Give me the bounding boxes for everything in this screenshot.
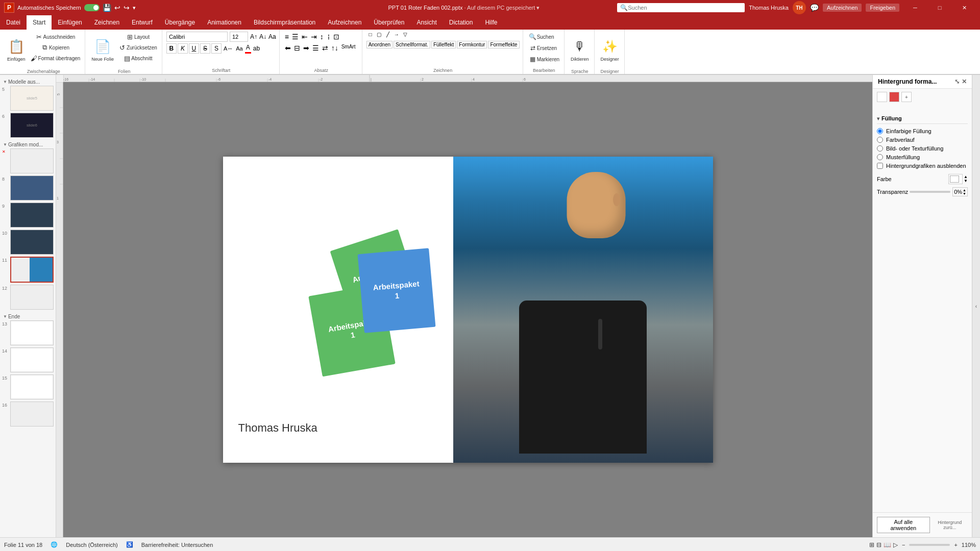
view-presentation-icon[interactable]: ▷ [893, 541, 898, 548]
btn-format-uebertragen[interactable]: 🖌 Format übertragen [29, 53, 82, 63]
redo-icon[interactable]: ↪ [124, 4, 130, 12]
slide-thumb-13[interactable] [10, 320, 54, 345]
btn-suchen[interactable]: 🔍 Suchen [527, 32, 556, 42]
indent-more-icon[interactable]: ⇥ [310, 32, 318, 42]
slide-thumb-11[interactable] [10, 257, 54, 283]
btn-apply-all[interactable]: Auf alle anwenden [877, 517, 930, 533]
font-shrink-icon[interactable]: A↓ [259, 33, 266, 40]
btn-ausschneiden[interactable]: ✂ Ausschneiden [29, 32, 82, 42]
slide-item-16[interactable]: 16 [2, 402, 54, 427]
tab-ansicht[interactable]: Ansicht [410, 15, 443, 30]
font-grow-icon[interactable]: A↑ [250, 33, 257, 40]
slide-thumb-15[interactable] [10, 374, 54, 399]
color-picker[interactable] [948, 174, 963, 184]
fuelleffekt-icon[interactable]: Fülleffekt [431, 41, 456, 48]
list-number-icon[interactable]: ☰ [291, 32, 300, 42]
fill-section-toggle[interactable]: Füllung [877, 113, 968, 124]
slide-item-14[interactable]: 14 [2, 347, 54, 372]
tab-aufzeichnen[interactable]: Aufzeichnen [322, 15, 368, 30]
accessibility-label[interactable]: Barrierefreiheit: Untersuchen [141, 542, 213, 548]
slide-item-x[interactable]: ✕ [2, 148, 54, 173]
columns-icon[interactable]: ⫶ [326, 32, 331, 42]
slide-thumb-10[interactable] [10, 230, 54, 255]
fill-radio-image[interactable] [877, 145, 883, 152]
section-grafiken[interactable]: Grafiken mod... [2, 140, 54, 148]
tab-bildschirm[interactable]: Bildschirmpräsentation [248, 15, 322, 30]
undo-icon[interactable]: ↩ [114, 4, 120, 12]
slide-thumb-16[interactable] [10, 402, 54, 427]
quick-access-icon[interactable]: ▾ [133, 5, 136, 11]
color-down-btn[interactable]: ▼ [964, 179, 968, 183]
list-bullet-icon[interactable]: ≡ [284, 32, 290, 42]
slide-item-6[interactable]: 6 slide6 [2, 113, 54, 138]
view-reading-icon[interactable]: 📖 [884, 541, 891, 548]
trans-up-btn[interactable]: ▲ [963, 188, 966, 192]
tab-dictation[interactable]: Dictation [443, 15, 479, 30]
slide-scroll-area[interactable]: Arbeitspaket 1 Arbeitspaket 1 Arbeitspak… [63, 82, 872, 537]
slide-thumb-8[interactable] [10, 176, 54, 201]
slide-item-12[interactable]: 12 [2, 285, 54, 310]
search-input[interactable] [628, 5, 742, 11]
shape-rounded-icon[interactable]: ▢ [375, 32, 383, 40]
shape-more-icon[interactable]: ▽ [401, 32, 409, 40]
autosave-toggle[interactable] [84, 4, 100, 11]
search-box[interactable]: 🔍 [617, 3, 745, 12]
view-normal-icon[interactable]: ⊞ [869, 541, 874, 548]
record-btn[interactable]: Aufzeichnen [823, 4, 862, 12]
btn-abschnitt[interactable]: ▤ Abschnitt [117, 53, 159, 63]
indent-less-icon[interactable]: ⇤ [301, 32, 309, 42]
fill-radio-pattern[interactable] [877, 154, 883, 160]
shadow-btn[interactable]: S [211, 43, 222, 54]
slide-thumb-5[interactable]: slide5 [10, 86, 54, 111]
btn-neue-folie[interactable]: 📄 Neue Folie [89, 32, 116, 66]
section-ende[interactable]: Ende [2, 312, 54, 320]
btn-diktieren[interactable]: 🎙 Diktieren [569, 32, 591, 66]
btn-ersetzen[interactable]: ⇄ Ersetzen [527, 43, 558, 53]
zoom-out-btn[interactable]: − [902, 542, 905, 548]
textbox-options-icon[interactable]: ⊡ [332, 32, 340, 42]
tab-datei[interactable]: Datei [0, 15, 27, 30]
justify-icon[interactable]: ☰ [311, 43, 320, 53]
btn-zuruecksetzen[interactable]: ↺ Zurücksetzen [117, 42, 159, 53]
slide-canvas[interactable]: Arbeitspaket 1 Arbeitspaket 1 Arbeitspak… [223, 157, 713, 463]
zoom-level[interactable]: 110% [962, 542, 976, 548]
fill-checkbox-hide[interactable] [877, 163, 883, 169]
minimize-btn[interactable]: ─ [903, 0, 927, 15]
tab-hilfe[interactable]: Hilfe [479, 15, 503, 30]
font-color-icon[interactable]: A [245, 43, 251, 54]
view-slide-sorter-icon[interactable]: ⊟ [876, 541, 881, 548]
slide-item-10[interactable]: 10 [2, 230, 54, 255]
slide-item-9[interactable]: 9 [2, 203, 54, 228]
align-text-icon[interactable]: ↑↓ [330, 43, 339, 53]
swatch-red[interactable] [889, 92, 899, 102]
slide-item-8[interactable]: 8 [2, 176, 54, 201]
tab-uebergaenge[interactable]: Übergänge [159, 15, 201, 30]
clear-format-icon[interactable]: Aa [268, 33, 276, 40]
highlight-icon[interactable]: ab [252, 44, 261, 53]
slide-thumb-12[interactable] [10, 285, 54, 310]
right-panel-collapse-btn[interactable]: ‹ [972, 75, 980, 537]
zoom-in-btn[interactable]: + [954, 542, 957, 548]
text-direction-icon[interactable]: ⇄ [321, 43, 329, 53]
slide-thumb-6[interactable]: slide6 [10, 113, 54, 138]
strikethrough-btn[interactable]: S [200, 43, 210, 54]
fill-radio-gradient[interactable] [877, 137, 883, 143]
font-size-input[interactable] [230, 32, 248, 42]
slide-thumb-x[interactable] [10, 148, 54, 173]
anordnen-icon[interactable]: Anordnen [366, 41, 393, 48]
shape-rect-icon[interactable]: □ [366, 32, 375, 40]
align-left-icon[interactable]: ⬅ [284, 43, 292, 53]
btn-kopieren[interactable]: ⧉ Kopieren [29, 42, 82, 53]
bold-btn[interactable]: B [166, 43, 177, 54]
line-spacing-icon[interactable]: ↕ [319, 32, 325, 42]
btn-designer[interactable]: ✨ Designer [599, 32, 621, 66]
tab-animationen[interactable]: Animationen [201, 15, 248, 30]
tab-einfuegen[interactable]: Einfügen [52, 15, 88, 30]
fill-option-image[interactable]: Bild- oder Texturfüllung [877, 145, 968, 152]
char-spacing-icon[interactable]: A↔ [223, 44, 234, 53]
panel-close-icon[interactable]: ✕ [962, 78, 967, 85]
formkontur-icon[interactable]: Formkontur [457, 41, 487, 48]
slide-thumb-14[interactable] [10, 347, 54, 372]
fill-option-pattern[interactable]: Musterfüllung [877, 154, 968, 160]
swatch-more[interactable]: + [901, 92, 912, 102]
